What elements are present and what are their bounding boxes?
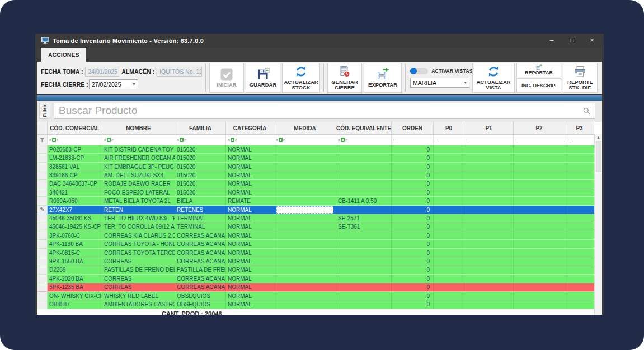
almacen-combo[interactable]: IQUITOS No. 199 ... ▾ [157,67,202,77]
cell[interactable]: CORREAS ACANALADAS [175,275,226,282]
cell[interactable] [336,145,392,153]
cell[interactable] [565,171,594,179]
cell[interactable]: 0 [392,171,434,179]
cell[interactable]: 4PK-1130 BA [48,240,102,248]
cell[interactable] [274,223,336,231]
cell[interactable] [434,231,464,239]
cell[interactable]: NORMAL [226,206,274,214]
filtro-side-tab[interactable]: Filtro [39,103,50,119]
cell[interactable] [274,206,336,214]
close-button[interactable]: × [582,34,602,48]
cell[interactable] [464,240,514,248]
cell[interactable]: R039A-050 [48,197,102,205]
cell[interactable]: CORREAS ACANALADAS [175,231,226,239]
cell[interactable] [336,292,392,300]
cell[interactable]: NORMAL [226,214,274,222]
cell[interactable] [514,163,565,171]
cell[interactable] [274,231,336,239]
row-indicator[interactable] [37,154,48,162]
cell[interactable] [565,180,594,188]
actualizar-stock-button[interactable]: ACTUALIZAR STOCK [282,63,320,93]
cell[interactable]: OBSEQUIOS [175,292,226,300]
cell[interactable]: ON- WHISKY CIX-CP [48,292,102,300]
cell[interactable]: D2289 [48,266,102,274]
vista-select[interactable]: MARILIA ▾ [410,78,469,88]
cell[interactable]: 015020 [175,154,226,162]
fecha-toma-combo[interactable]: 24/01/2025 ▾ [85,67,119,77]
cell[interactable] [434,266,464,274]
cell[interactable] [565,163,594,171]
cell[interactable]: PASTILLAS DE FRENO DEL. JAC ... [102,266,175,274]
cell[interactable]: WHISKY RED LABEL [102,292,175,300]
cell[interactable] [274,275,336,282]
cell[interactable] [464,223,514,231]
cell[interactable]: NORMAL [226,171,274,179]
row-indicator[interactable]: ✎ [37,206,48,214]
cell[interactable]: 0 [392,231,434,239]
cell[interactable] [274,283,336,291]
cell[interactable]: 0 [392,180,434,188]
cell[interactable] [565,300,594,308]
cell[interactable] [565,145,594,153]
cell[interactable] [336,154,392,162]
cell[interactable]: 0 [392,257,434,265]
cell[interactable]: 0 [392,283,434,291]
cell[interactable]: 4PK-0815-C [48,249,102,257]
cell[interactable] [514,171,565,179]
cell[interactable] [514,197,565,205]
cell[interactable]: CORREAS KIA CLARUS 2.0 - TOY... [102,231,175,239]
cell[interactable] [464,214,514,222]
cell[interactable]: 015020 [175,163,226,171]
cell[interactable] [434,163,464,171]
cell[interactable] [336,266,392,274]
cell[interactable]: REMATE [226,197,274,205]
cell[interactable] [434,214,464,222]
cell[interactable]: TERMINAL [175,214,226,222]
row-indicator[interactable] [37,171,48,179]
cell[interactable] [514,257,565,265]
cell[interactable]: RODAJE DAEWO RACER [102,180,175,188]
cell[interactable]: CORREAS ACANALADAS [175,257,226,265]
cell[interactable]: 0 [392,145,434,153]
cell[interactable]: NORMAL [226,283,274,291]
fecha-cierre-combo[interactable]: 27/02/2025 ▾ [89,79,138,89]
cell[interactable]: 0 [392,240,434,248]
cell[interactable]: NORMAL [226,257,274,265]
row-indicator[interactable] [37,292,48,300]
cell[interactable]: TERMINAL [175,223,226,231]
cell[interactable] [336,283,392,291]
cell[interactable] [434,197,464,205]
row-indicator[interactable] [37,275,48,282]
cell[interactable]: OB8587 [48,300,102,308]
cell[interactable]: BIELA [175,197,226,205]
cell[interactable] [434,249,464,257]
generar-cierre-button[interactable]: GENERAR CIERRE [327,63,362,93]
cell[interactable]: 0 [392,206,434,214]
cell[interactable] [514,214,565,222]
cell[interactable] [434,300,464,308]
cell[interactable]: 5PK-1235 BA [48,283,102,291]
cell[interactable] [565,188,594,196]
cell[interactable]: NORMAL [226,300,274,308]
cell[interactable] [274,240,336,248]
cell[interactable] [274,266,336,274]
cell[interactable]: 0 [392,214,434,222]
filter-cell[interactable]: ac [226,135,274,145]
cell[interactable] [464,145,514,153]
row-indicator[interactable] [37,145,48,153]
cell[interactable]: AMBIENTADORES CASTROL 2021 [102,300,175,308]
cell[interactable] [434,145,464,153]
minimize-button[interactable]: – [542,34,562,48]
cell[interactable]: CORREAS [102,283,175,291]
cell[interactable] [565,292,594,300]
cell[interactable] [336,231,392,239]
filter-cell[interactable]: ac [48,135,102,145]
cell[interactable]: 0 [392,197,434,205]
activar-vistas-toggle[interactable] [410,68,428,74]
cell[interactable] [464,154,514,162]
cell[interactable] [464,257,514,265]
cell[interactable] [434,275,464,282]
cell[interactable] [274,188,336,196]
cell[interactable]: 828581 VAL [48,163,102,171]
cell[interactable] [514,188,565,196]
